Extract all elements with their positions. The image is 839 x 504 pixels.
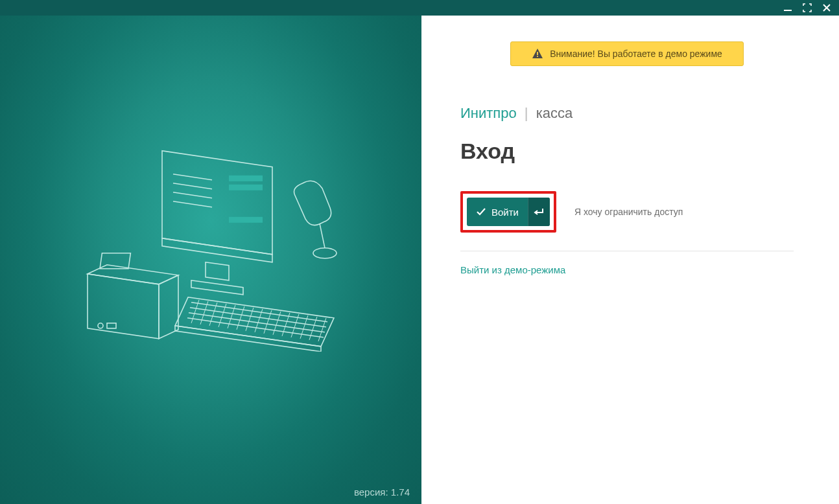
svg-marker-12 <box>206 262 229 281</box>
pos-illustration-svg <box>62 144 360 352</box>
svg-marker-16 <box>88 274 159 339</box>
svg-line-10 <box>173 192 212 198</box>
page-title: Вход <box>460 139 794 164</box>
svg-rect-21 <box>107 323 116 328</box>
hero-pane: версия: 1.74 <box>0 16 421 504</box>
svg-marker-13 <box>191 281 243 295</box>
close-icon <box>822 3 831 12</box>
enter-icon <box>533 207 545 216</box>
titlebar <box>0 0 839 16</box>
version-prefix: версия: <box>354 487 388 498</box>
brand-name: Инитпро <box>460 105 517 121</box>
pos-illustration <box>62 144 360 354</box>
login-button[interactable]: Войти <box>467 198 550 226</box>
actions-row: Войти Я хочу ограничить доступ <box>460 191 794 251</box>
content: версия: 1.74 Внимание! Вы работаете в де… <box>0 16 839 504</box>
svg-rect-44 <box>537 52 538 55</box>
tutorial-highlight: Войти <box>460 191 556 233</box>
svg-line-14 <box>320 223 325 248</box>
check-icon <box>476 207 486 217</box>
restrict-access-link[interactable]: Я хочу ограничить доступ <box>574 207 683 217</box>
fullscreen-icon <box>803 3 812 12</box>
brand: Инитпро | касса <box>460 105 794 122</box>
minimize-button[interactable] <box>779 1 796 14</box>
demo-banner-text: Внимание! Вы работаете в демо режиме <box>550 49 722 59</box>
svg-marker-23 <box>175 326 321 352</box>
version-label: версия: 1.74 <box>354 487 410 498</box>
warning-icon <box>532 48 543 60</box>
svg-line-9 <box>173 183 212 189</box>
brand-separator: | <box>525 105 528 121</box>
close-button[interactable] <box>818 1 835 14</box>
enter-key-hint <box>528 198 550 226</box>
svg-line-8 <box>173 174 212 180</box>
login-pane: Внимание! Вы работаете в демо режиме Ини… <box>421 16 839 504</box>
svg-line-11 <box>173 201 212 207</box>
demo-mode-banner: Внимание! Вы работаете в демо режиме <box>510 41 744 66</box>
svg-rect-6 <box>229 185 263 190</box>
brand-sub: касса <box>536 105 573 121</box>
svg-line-25 <box>190 308 326 327</box>
svg-rect-5 <box>229 176 263 181</box>
fullscreen-button[interactable] <box>799 1 816 14</box>
svg-point-20 <box>98 323 103 328</box>
svg-marker-4 <box>162 238 272 262</box>
version-value: 1.74 <box>391 487 410 498</box>
login-button-label: Войти <box>491 207 519 218</box>
exit-demo-link[interactable]: Выйти из демо-режима <box>460 264 565 275</box>
svg-rect-45 <box>537 56 538 57</box>
svg-line-26 <box>189 313 325 332</box>
svg-point-15 <box>313 248 337 258</box>
svg-line-27 <box>187 318 324 338</box>
minimize-icon <box>783 3 792 12</box>
svg-rect-7 <box>229 217 263 223</box>
app-window: версия: 1.74 Внимание! Вы работаете в де… <box>0 0 839 504</box>
